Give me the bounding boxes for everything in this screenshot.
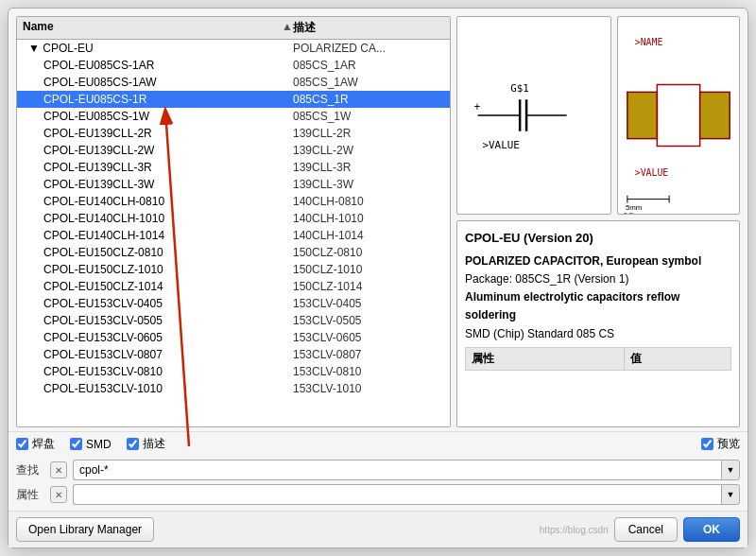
list-item[interactable]: CPOL-EU139CLL-2R 139CLL-2R <box>17 125 450 142</box>
find-dropdown-button[interactable]: ▼ <box>721 460 740 480</box>
info-line2: Package: 085CS_1R (Version 1) <box>465 270 731 288</box>
info-bold3: Aluminum electrolytic capacitors reflow … <box>465 290 679 321</box>
val-col-header: 值 <box>624 347 730 370</box>
list-item-name: CPOL-EU085CS-1AR <box>23 59 293 72</box>
svg-text:>VALUE: >VALUE <box>483 139 520 151</box>
list-item[interactable]: CPOL-EU150CLZ-0810 150CLZ-0810 <box>17 244 450 261</box>
attr-input-container: ▼ <box>73 484 740 505</box>
svg-text:0.2in: 0.2in <box>624 212 638 214</box>
svg-text:>VALUE: >VALUE <box>635 167 669 178</box>
filter-bar: 焊盘 SMD 描述 预览 <box>9 431 747 456</box>
list-item-name: CPOL-EU150CLZ-1010 <box>23 263 293 276</box>
list-item[interactable]: CPOL-EU153CLV-0505 153CLV-0505 <box>17 312 450 329</box>
list-item-name: CPOL-EU150CLZ-0810 <box>23 246 293 259</box>
name-column-header: Name <box>23 20 278 36</box>
find-input[interactable] <box>73 460 721 480</box>
info-line3: Aluminum electrolytic capacitors reflow … <box>465 288 731 324</box>
list-item-desc: POLARIZED CA... <box>293 42 444 55</box>
list-item-desc: 153CLV-0807 <box>293 348 444 361</box>
info-title: CPOL-EU (Version 20) <box>465 229 731 249</box>
component-list-panel: Name ▲ 描述 ▼ CPOL-EU POLARIZED CA... CPOL… <box>16 16 451 427</box>
schematic-preview: + G$1 >VALUE <box>456 16 611 215</box>
list-item-desc: 150CLZ-1010 <box>293 263 444 276</box>
pad-label: 焊盘 <box>32 436 55 452</box>
find-clear-button[interactable]: ✕ <box>50 461 67 478</box>
list-item[interactable]: CPOL-EU153CLV-0810 153CLV-0810 <box>17 363 450 380</box>
attr-col-header: 属性 <box>466 347 625 370</box>
list-item-name: CPOL-EU153CLV-0405 <box>23 297 293 310</box>
info-attributes-table: 属性 值 <box>465 347 731 371</box>
list-item[interactable]: CPOL-EU153CLV-1010 153CLV-1010 <box>17 380 450 397</box>
attr-clear-button[interactable]: ✕ <box>50 486 67 503</box>
list-item[interactable]: CPOL-EU085CS-1AR 085CS_1AR <box>17 57 450 74</box>
cancel-button[interactable]: Cancel <box>614 517 678 542</box>
desc-checkbox-label[interactable]: 描述 <box>127 436 165 452</box>
preview-checkbox[interactable] <box>701 438 713 450</box>
list-item[interactable]: CPOL-EU085CS-1AW 085CS_1AW <box>17 74 450 91</box>
info-panel: CPOL-EU (Version 20) POLARIZED CAPACITOR… <box>456 220 740 427</box>
svg-text:G$1: G$1 <box>510 82 529 95</box>
svg-rect-8 <box>627 92 658 138</box>
list-item[interactable]: CPOL-EU153CLV-0605 153CLV-0605 <box>17 329 450 346</box>
list-item-desc: 153CLV-0810 <box>293 365 444 378</box>
pad-checkbox[interactable] <box>16 438 28 450</box>
preview-checkbox-label[interactable]: 预览 <box>701 436 740 452</box>
find-row: 查找 ✕ ▼ <box>16 460 740 480</box>
ok-button[interactable]: OK <box>683 517 740 542</box>
list-item-name: CPOL-EU139CLL-3R <box>23 161 293 174</box>
list-item-desc: 153CLV-0405 <box>293 297 444 310</box>
list-item-desc: 085CS_1W <box>293 110 444 123</box>
list-item[interactable]: CPOL-EU085CS-1W 085CS_1W <box>17 108 450 125</box>
main-area: Name ▲ 描述 ▼ CPOL-EU POLARIZED CA... CPOL… <box>9 9 747 431</box>
smd-checkbox[interactable] <box>70 438 82 450</box>
list-item[interactable]: CPOL-EU139CLL-2W 139CLL-2W <box>17 142 450 159</box>
desc-column-header: 描述 <box>293 20 444 36</box>
list-item-desc: 150CLZ-1014 <box>293 280 444 293</box>
sort-indicator: ▲ <box>282 20 293 36</box>
list-item-desc: 153CLV-0505 <box>293 314 444 327</box>
attr-input[interactable] <box>73 484 721 505</box>
list-item[interactable]: CPOL-EU150CLZ-1010 150CLZ-1010 <box>17 261 450 278</box>
list-item-name: CPOL-EU139CLL-3W <box>23 178 293 191</box>
desc-checkbox[interactable] <box>127 438 139 450</box>
list-item-name: CPOL-EU085CS-1R <box>23 93 293 106</box>
list-item-name: CPOL-EU140CLH-1010 <box>23 212 293 225</box>
list-item-name: CPOL-EU150CLZ-1014 <box>23 280 293 293</box>
list-item-name: CPOL-EU153CLV-0810 <box>23 365 293 378</box>
component-list-body[interactable]: ▼ CPOL-EU POLARIZED CA... CPOL-EU085CS-1… <box>17 40 450 426</box>
list-item[interactable]: CPOL-EU153CLV-0807 153CLV-0807 <box>17 346 450 363</box>
list-item[interactable]: CPOL-EU140CLH-0810 140CLH-0810 <box>17 193 450 210</box>
search-area: 查找 ✕ ▼ 属性 ✕ ▼ <box>9 456 747 511</box>
list-item[interactable]: CPOL-EU139CLL-3W 139CLL-3W <box>17 176 450 193</box>
attr-label: 属性 <box>16 487 44 503</box>
list-item-name: CPOL-EU153CLV-0807 <box>23 348 293 361</box>
list-item-desc: 150CLZ-0810 <box>293 246 444 259</box>
find-input-container: ▼ <box>73 460 740 480</box>
preview-top: + G$1 >VALUE <box>456 16 740 215</box>
list-item[interactable]: CPOL-EU150CLZ-1014 150CLZ-1014 <box>17 278 450 295</box>
list-item-desc: 139CLL-3R <box>293 161 444 174</box>
svg-text:+: + <box>474 100 481 113</box>
attr-dropdown-button[interactable]: ▼ <box>721 484 740 505</box>
svg-rect-9 <box>657 85 699 147</box>
list-item-name: CPOL-EU153CLV-0605 <box>23 331 293 344</box>
smd-label: SMD <box>86 438 112 451</box>
list-item-desc: 140CLH-1014 <box>293 229 444 242</box>
open-library-manager-button[interactable]: Open Library Manager <box>16 517 154 542</box>
list-item[interactable]: CPOL-EU140CLH-1014 140CLH-1014 <box>17 227 450 244</box>
pad-checkbox-label[interactable]: 焊盘 <box>16 436 55 452</box>
list-item-name: CPOL-EU139CLL-2W <box>23 144 293 157</box>
add-component-dialog: Name ▲ 描述 ▼ CPOL-EU POLARIZED CA... CPOL… <box>8 8 748 548</box>
list-item[interactable]: ▼ CPOL-EU POLARIZED CA... <box>17 40 450 57</box>
list-item-desc: 139CLL-3W <box>293 178 444 191</box>
list-item-desc: 139CLL-2W <box>293 144 444 157</box>
svg-text:5mm: 5mm <box>626 203 643 212</box>
list-item[interactable]: CPOL-EU153CLV-0405 153CLV-0405 <box>17 295 450 312</box>
smd-checkbox-label[interactable]: SMD <box>70 438 112 451</box>
list-item[interactable]: CPOL-EU139CLL-3R 139CLL-3R <box>17 159 450 176</box>
list-item-name: CPOL-EU153CLV-0505 <box>23 314 293 327</box>
list-item[interactable]: CPOL-EU140CLH-1010 140CLH-1010 <box>17 210 450 227</box>
list-item-desc: 140CLH-1010 <box>293 212 444 225</box>
desc-label: 描述 <box>143 436 165 452</box>
list-item[interactable]: CPOL-EU085CS-1R 085CS_1R <box>17 91 450 108</box>
